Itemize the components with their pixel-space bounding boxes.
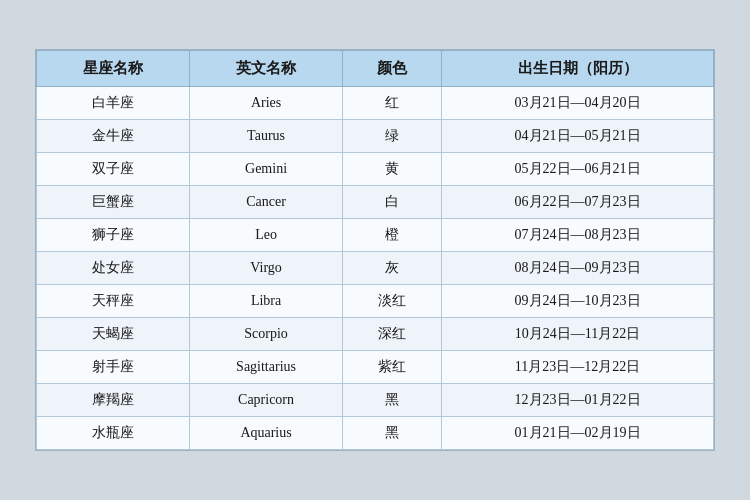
table-row: 摩羯座Capricorn黑12月23日—01月22日 [37, 384, 714, 417]
table-cell-0-3: 03月21日—04月20日 [442, 87, 714, 120]
table-cell-2-3: 05月22日—06月21日 [442, 153, 714, 186]
table-cell-1-2: 绿 [343, 120, 442, 153]
table-row: 金牛座Taurus绿04月21日—05月21日 [37, 120, 714, 153]
zodiac-table: 星座名称英文名称颜色出生日期（阳历） 白羊座Aries红03月21日—04月20… [36, 50, 714, 450]
table-cell-7-2: 深红 [343, 318, 442, 351]
table-cell-9-0: 摩羯座 [37, 384, 190, 417]
table-cell-0-1: Aries [190, 87, 343, 120]
zodiac-table-container: 星座名称英文名称颜色出生日期（阳历） 白羊座Aries红03月21日—04月20… [35, 49, 715, 451]
table-cell-10-2: 黑 [343, 417, 442, 450]
table-header-0: 星座名称 [37, 51, 190, 87]
table-cell-9-3: 12月23日—01月22日 [442, 384, 714, 417]
table-cell-4-0: 狮子座 [37, 219, 190, 252]
table-cell-4-2: 橙 [343, 219, 442, 252]
table-cell-1-0: 金牛座 [37, 120, 190, 153]
table-header-1: 英文名称 [190, 51, 343, 87]
table-cell-1-1: Taurus [190, 120, 343, 153]
table-row: 水瓶座Aquarius黑01月21日—02月19日 [37, 417, 714, 450]
table-cell-3-2: 白 [343, 186, 442, 219]
table-row: 处女座Virgo灰08月24日—09月23日 [37, 252, 714, 285]
table-cell-2-0: 双子座 [37, 153, 190, 186]
table-cell-2-1: Gemini [190, 153, 343, 186]
table-cell-2-2: 黄 [343, 153, 442, 186]
table-cell-6-0: 天秤座 [37, 285, 190, 318]
table-header-row: 星座名称英文名称颜色出生日期（阳历） [37, 51, 714, 87]
table-cell-4-1: Leo [190, 219, 343, 252]
table-cell-5-0: 处女座 [37, 252, 190, 285]
table-header-3: 出生日期（阳历） [442, 51, 714, 87]
table-cell-3-0: 巨蟹座 [37, 186, 190, 219]
table-cell-9-1: Capricorn [190, 384, 343, 417]
table-row: 巨蟹座Cancer白06月22日—07月23日 [37, 186, 714, 219]
table-cell-8-3: 11月23日—12月22日 [442, 351, 714, 384]
table-header-2: 颜色 [343, 51, 442, 87]
table-row: 白羊座Aries红03月21日—04月20日 [37, 87, 714, 120]
table-cell-8-2: 紫红 [343, 351, 442, 384]
table-cell-10-0: 水瓶座 [37, 417, 190, 450]
table-cell-4-3: 07月24日—08月23日 [442, 219, 714, 252]
table-body: 白羊座Aries红03月21日—04月20日金牛座Taurus绿04月21日—0… [37, 87, 714, 450]
table-cell-5-3: 08月24日—09月23日 [442, 252, 714, 285]
table-row: 狮子座Leo橙07月24日—08月23日 [37, 219, 714, 252]
table-cell-7-1: Scorpio [190, 318, 343, 351]
table-cell-6-3: 09月24日—10月23日 [442, 285, 714, 318]
table-cell-7-3: 10月24日—11月22日 [442, 318, 714, 351]
table-cell-6-2: 淡红 [343, 285, 442, 318]
table-cell-1-3: 04月21日—05月21日 [442, 120, 714, 153]
table-cell-10-1: Aquarius [190, 417, 343, 450]
table-row: 天秤座Libra淡红09月24日—10月23日 [37, 285, 714, 318]
table-cell-3-1: Cancer [190, 186, 343, 219]
table-cell-8-1: Sagittarius [190, 351, 343, 384]
table-cell-10-3: 01月21日—02月19日 [442, 417, 714, 450]
table-cell-7-0: 天蝎座 [37, 318, 190, 351]
table-cell-5-2: 灰 [343, 252, 442, 285]
table-cell-5-1: Virgo [190, 252, 343, 285]
table-cell-0-0: 白羊座 [37, 87, 190, 120]
table-cell-6-1: Libra [190, 285, 343, 318]
table-cell-8-0: 射手座 [37, 351, 190, 384]
table-cell-0-2: 红 [343, 87, 442, 120]
table-row: 天蝎座Scorpio深红10月24日—11月22日 [37, 318, 714, 351]
table-cell-3-3: 06月22日—07月23日 [442, 186, 714, 219]
table-cell-9-2: 黑 [343, 384, 442, 417]
table-row: 射手座Sagittarius紫红11月23日—12月22日 [37, 351, 714, 384]
table-row: 双子座Gemini黄05月22日—06月21日 [37, 153, 714, 186]
